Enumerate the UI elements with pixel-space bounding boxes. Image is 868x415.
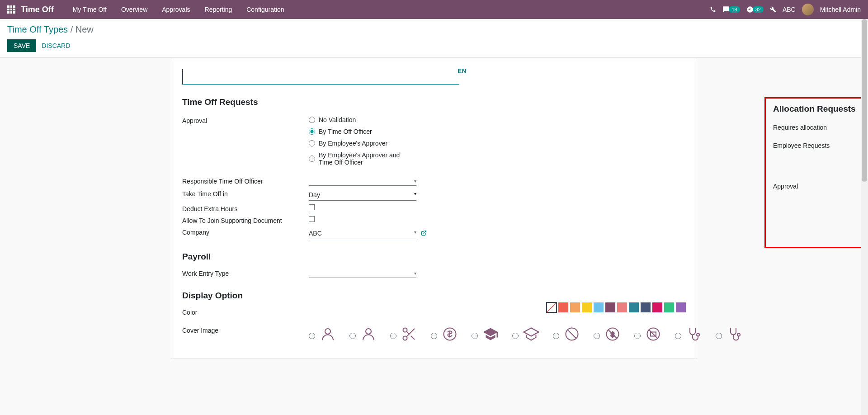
phone-icon[interactable]: [710, 6, 716, 13]
color-navy[interactable]: [641, 302, 651, 312]
company-switcher[interactable]: ABC: [783, 6, 796, 13]
label-requires: Requires allocation: [773, 123, 868, 131]
user-name[interactable]: Mitchell Admin: [820, 6, 861, 13]
tools-icon[interactable]: [770, 6, 776, 13]
section-display: Display Option: [182, 291, 743, 301]
stethoscope-icon: [726, 326, 743, 346]
allocation-requests-highlight: Allocation Requests Requires allocation …: [764, 97, 868, 248]
section-payroll: Payroll: [182, 252, 743, 262]
name-input[interactable]: [182, 69, 459, 85]
svg-point-17: [737, 334, 740, 336]
scissors-icon: [401, 326, 417, 346]
svg-point-3: [403, 336, 407, 340]
label-emp-req: Employee Requests: [773, 141, 868, 149]
color-red[interactable]: [558, 302, 568, 312]
nav-my-time-off[interactable]: My Time Off: [66, 6, 113, 13]
activities-badge: 32: [753, 6, 764, 13]
breadcrumb-current: New: [75, 24, 94, 34]
color-yellow[interactable]: [582, 302, 592, 312]
lang-tag[interactable]: EN: [458, 67, 466, 75]
radio-by-both[interactable]: By Employee's Approver and Time Off Offi…: [309, 151, 743, 166]
color-teal[interactable]: [629, 302, 639, 312]
form-sheet: EN Time Off Requests Approval No Validat…: [171, 58, 697, 359]
activities-icon[interactable]: 32: [746, 6, 764, 13]
svg-line-5: [411, 336, 415, 340]
cover-option-10[interactable]: [675, 326, 702, 346]
header: Time Off Types / New SAVE DISCARD: [0, 19, 868, 58]
cover-option-2[interactable]: [349, 326, 377, 346]
discard-button[interactable]: DISCARD: [42, 42, 70, 49]
stethoscope-icon: [686, 326, 702, 346]
work-entry-select[interactable]: ▾: [309, 269, 416, 278]
nav-configuration[interactable]: Configuration: [240, 6, 290, 13]
cover-option-7[interactable]: [553, 326, 580, 346]
color-plum[interactable]: [605, 302, 615, 312]
color-purple[interactable]: [676, 302, 686, 312]
prohibited-icon: [564, 326, 580, 346]
take-in-select[interactable]: Day▾: [309, 189, 416, 201]
breadcrumb: Time Off Types / New: [7, 24, 861, 35]
label-approval: Approval: [182, 116, 309, 124]
svg-point-0: [325, 329, 330, 334]
color-pink[interactable]: [652, 302, 662, 312]
no-dollar-icon: $: [604, 326, 621, 346]
cover-option-11[interactable]: [716, 326, 743, 346]
cover-option-4[interactable]: [431, 326, 458, 346]
color-green[interactable]: [664, 302, 674, 312]
graduation-icon: [523, 326, 539, 346]
cover-option-5[interactable]: [472, 326, 499, 346]
save-button[interactable]: SAVE: [7, 39, 36, 52]
officer-select[interactable]: ▾: [309, 177, 416, 186]
label-company: Company: [182, 228, 309, 236]
brand[interactable]: Time Off: [21, 5, 54, 14]
section-requests: Time Off Requests: [182, 97, 743, 107]
company-select[interactable]: ABC▾: [309, 228, 416, 239]
label-officer: Responsible Time Off Officer: [182, 177, 309, 185]
label-work-entry: Work Entry Type: [182, 269, 309, 277]
nav-overview[interactable]: Overview: [115, 6, 154, 13]
messages-badge: 18: [729, 6, 740, 13]
apps-icon[interactable]: [7, 5, 15, 14]
breadcrumb-root[interactable]: Time Off Types: [7, 24, 68, 34]
label-support-doc: Allow To Join Supporting Document: [182, 216, 309, 224]
person-icon: [320, 326, 336, 346]
label-take-in: Take Time Off in: [182, 189, 309, 198]
support-doc-checkbox[interactable]: [309, 216, 315, 222]
color-orange[interactable]: [570, 302, 580, 312]
cover-option-8[interactable]: $: [594, 326, 621, 346]
no-money-icon: [645, 326, 661, 346]
label-alloc-approval: Approval: [773, 182, 868, 190]
label-cover: Cover Image: [182, 326, 309, 334]
color-salmon[interactable]: [617, 302, 627, 312]
external-link-icon[interactable]: [421, 230, 427, 237]
scrollbar[interactable]: [861, 19, 868, 359]
nav-reporting[interactable]: Reporting: [198, 6, 239, 13]
navbar: Time Off My Time Off Overview Approvals …: [0, 0, 868, 19]
cover-option-3[interactable]: [390, 326, 417, 346]
graduation-icon: [482, 326, 499, 346]
color-none[interactable]: [547, 302, 557, 312]
svg-point-1: [366, 329, 371, 334]
deduct-checkbox[interactable]: [309, 204, 315, 210]
label-color: Color: [182, 308, 309, 316]
color-palette: [547, 302, 686, 312]
cover-option-1[interactable]: [309, 326, 336, 346]
messages-icon[interactable]: 18: [722, 6, 740, 13]
radio-by-officer[interactable]: By Time Off Officer: [309, 128, 743, 135]
avatar[interactable]: [802, 4, 814, 15]
person-icon: [360, 326, 377, 346]
dollar-icon: [442, 326, 458, 346]
radio-by-approver[interactable]: By Employee's Approver: [309, 140, 743, 147]
svg-line-9: [567, 330, 576, 338]
cover-option-6[interactable]: [512, 326, 539, 346]
color-lightblue[interactable]: [594, 302, 604, 312]
section-allocation: Allocation Requests: [773, 104, 868, 114]
svg-point-16: [697, 334, 699, 336]
cover-option-9[interactable]: [634, 326, 661, 346]
svg-line-6: [406, 331, 409, 334]
nav-approvals[interactable]: Approvals: [156, 6, 196, 13]
label-deduct: Deduct Extra Hours: [182, 204, 309, 212]
svg-point-2: [403, 328, 407, 332]
radio-no-validation[interactable]: No Validation: [309, 116, 743, 123]
